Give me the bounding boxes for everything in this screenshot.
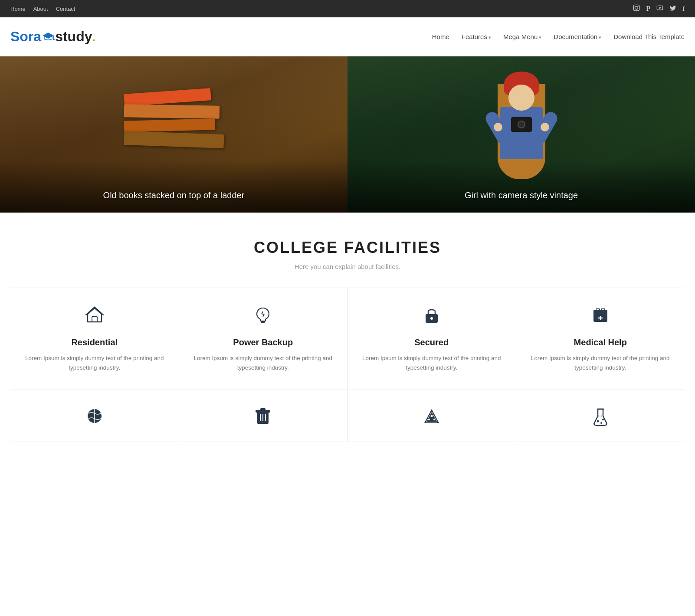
svg-rect-0	[634, 5, 639, 10]
hero-panel-right: Girl with camera style vintage	[348, 56, 695, 213]
facilities-title: COLLEGE FACILITIES	[10, 239, 685, 257]
facility-desc-medical: Lorem Ipsum is simply dummy text of the …	[527, 354, 675, 372]
nav-links: Home Features Mega Menu Documentation Do…	[432, 33, 685, 40]
books-decoration	[124, 91, 224, 147]
main-nav: Sora study. Home Features Mega Menu Docu…	[0, 17, 695, 56]
nav-features[interactable]: Features	[462, 33, 491, 40]
top-bar: Home About Contact P f	[0, 0, 695, 17]
social-twitter-icon[interactable]	[669, 5, 676, 13]
social-pinterest-icon[interactable]: P	[646, 5, 650, 13]
bulb-icon	[190, 305, 337, 329]
medical-icon	[527, 305, 675, 329]
facility-card-medical: Medical Help Lorem Ipsum is simply dummy…	[516, 288, 685, 390]
svg-rect-18	[593, 310, 607, 313]
logo-sora: Sora	[10, 29, 41, 44]
lock-icon	[358, 305, 505, 329]
social-facebook-icon[interactable]: f	[682, 5, 685, 13]
lab-icon	[592, 407, 609, 431]
svg-point-33	[430, 415, 433, 417]
facility-desc-residential: Lorem Ipsum is simply dummy text of the …	[21, 354, 168, 372]
hero-right-label: Girl with camera style vintage	[348, 190, 695, 200]
social-youtube-icon[interactable]	[656, 4, 663, 13]
svg-rect-27	[260, 408, 266, 411]
facility-desc-power: Lorem Ipsum is simply dummy text of the …	[190, 354, 337, 372]
nav-documentation[interactable]: Documentation	[554, 33, 601, 40]
home-icon	[21, 305, 168, 329]
facilities-subtitle: Here you can explain about facilities.	[10, 263, 685, 270]
svg-line-14	[263, 314, 264, 317]
facility-card-residential: Residential Lorem Ipsum is simply dummy …	[10, 288, 179, 390]
svg-point-16	[430, 317, 433, 320]
facility-card-food	[348, 390, 516, 442]
svg-point-2	[638, 6, 639, 7]
svg-rect-9	[92, 317, 97, 322]
facilities-grid-row2	[10, 390, 685, 442]
social-instagram-icon[interactable]	[633, 4, 640, 13]
hero-panel-left: Old books stacked on top of a ladder	[0, 56, 348, 213]
svg-point-7	[53, 39, 55, 40]
facilities-section: COLLEGE FACILITIES Here you can explain …	[0, 213, 695, 459]
svg-point-34	[428, 419, 430, 420]
svg-point-38	[600, 422, 602, 424]
svg-line-12	[262, 311, 263, 314]
pizza-icon	[423, 407, 441, 430]
facility-name-secured: Secured	[358, 337, 505, 347]
facility-card-lab	[516, 390, 685, 442]
facility-name-medical: Medical Help	[527, 337, 675, 347]
facility-card-power: Power Backup Lorem Ipsum is simply dummy…	[179, 288, 348, 390]
svg-point-1	[635, 7, 638, 10]
facility-name-power: Power Backup	[190, 337, 337, 347]
nav-mega-menu[interactable]: Mega Menu	[503, 33, 541, 40]
top-nav-about[interactable]: About	[33, 6, 48, 12]
logo[interactable]: Sora study.	[10, 29, 95, 44]
top-nav-contact[interactable]: Contact	[56, 6, 75, 12]
logo-study: study	[55, 29, 92, 44]
top-bar-links: Home About Contact	[10, 6, 75, 12]
facility-card-sports	[10, 390, 179, 442]
facility-card-dining	[179, 390, 348, 442]
hero-left-label: Old books stacked on top of a ladder	[0, 190, 348, 200]
sports-icon	[86, 407, 103, 429]
hero-section: Old books stacked on top of a ladder	[0, 56, 695, 213]
svg-point-39	[602, 419, 604, 420]
trash-icon	[255, 407, 271, 430]
facilities-grid: Residential Lorem Ipsum is simply dummy …	[10, 288, 685, 390]
graduation-cap-icon	[42, 32, 55, 41]
svg-marker-8	[88, 308, 102, 322]
facility-card-secured: Secured Lorem Ipsum is simply dummy text…	[348, 288, 516, 390]
svg-point-35	[433, 419, 435, 420]
nav-download[interactable]: Download This Template	[613, 33, 685, 40]
nav-home[interactable]: Home	[432, 33, 449, 40]
hero-left-gradient	[0, 161, 348, 213]
top-nav-home[interactable]: Home	[10, 6, 26, 12]
top-bar-social: P f	[633, 4, 685, 13]
svg-marker-4	[659, 7, 662, 9]
facility-desc-secured: Lorem Ipsum is simply dummy text of the …	[358, 354, 505, 372]
svg-point-37	[597, 420, 599, 423]
facility-name-residential: Residential	[21, 337, 168, 347]
